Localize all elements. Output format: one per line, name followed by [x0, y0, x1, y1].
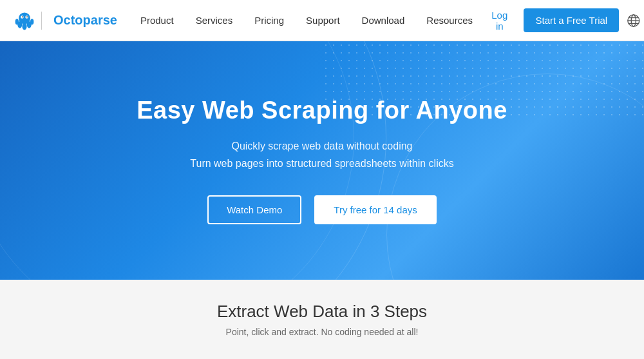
hero-subtitle-line1: Quickly scrape web data without coding: [137, 137, 507, 155]
nav-links: Product Services Pricing Support Downloa…: [130, 0, 483, 41]
nav-product[interactable]: Product: [130, 0, 184, 41]
hero-subtitle: Quickly scrape web data without coding T…: [137, 137, 507, 172]
nav-pricing[interactable]: Pricing: [244, 0, 294, 41]
brand-divider: [41, 12, 42, 30]
language-icon[interactable]: [627, 12, 641, 30]
hero-title: Easy Web Scraping for Anyone: [137, 97, 507, 124]
hero-subtitle-line2: Turn web pages into structured spreadshe…: [137, 155, 507, 172]
watch-demo-button[interactable]: Watch Demo: [207, 195, 301, 224]
nav-resources[interactable]: Resources: [416, 0, 483, 41]
brand-name: Octoparse: [53, 13, 117, 28]
svg-point-9: [26, 16, 28, 17]
brand-logo[interactable]: Octoparse: [13, 9, 117, 32]
navbar: Octoparse Product Services Pricing Suppo…: [0, 0, 644, 41]
navbar-right: Log in Start a Free Trial: [483, 6, 641, 35]
brand-icon: [13, 9, 36, 32]
bottom-subtitle: Point, click and extract. No coding need…: [226, 327, 419, 337]
svg-point-4: [15, 19, 19, 24]
svg-point-2: [22, 23, 26, 30]
login-button[interactable]: Log in: [483, 6, 516, 35]
hero-buttons: Watch Demo Try free for 14 days: [137, 195, 507, 224]
bottom-title: Extract Web Data in 3 Steps: [217, 302, 427, 322]
bottom-section: Extract Web Data in 3 Steps Point, click…: [0, 280, 644, 359]
hero-section: Easy Web Scraping for Anyone Quickly scr…: [0, 41, 644, 280]
nav-services[interactable]: Services: [185, 0, 243, 41]
nav-support[interactable]: Support: [296, 0, 350, 41]
try-free-button[interactable]: Try free for 14 days: [314, 195, 437, 224]
nav-download[interactable]: Download: [352, 0, 415, 41]
svg-point-5: [30, 19, 33, 24]
start-trial-button[interactable]: Start a Free Trial: [524, 8, 619, 32]
hero-content: Easy Web Scraping for Anyone Quickly scr…: [137, 97, 507, 224]
svg-point-8: [22, 16, 23, 17]
